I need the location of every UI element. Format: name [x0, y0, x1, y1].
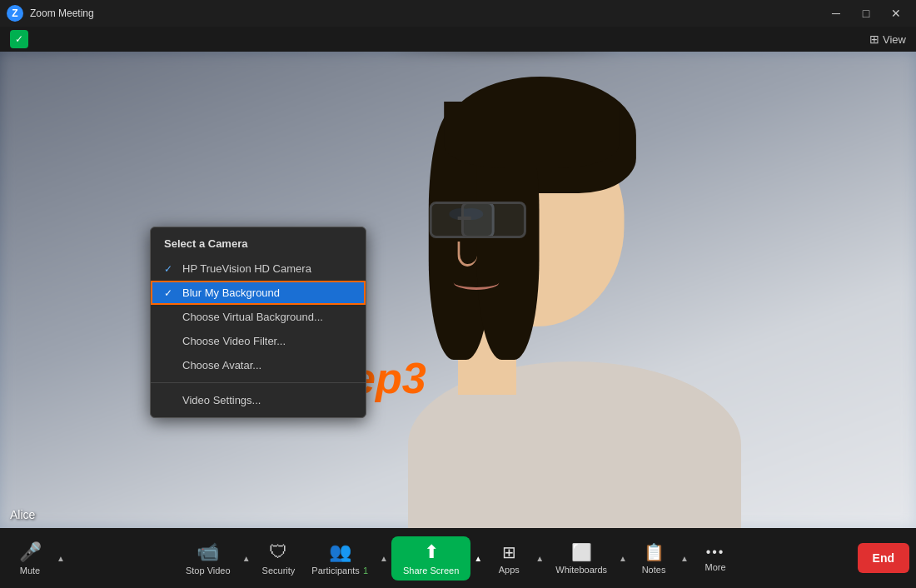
checkmark-hp-camera: ✓ — [164, 263, 176, 275]
whiteboards-icon: ⬜ — [571, 542, 592, 562]
menu-item-avatar[interactable]: Choose Avatar... — [151, 353, 366, 377]
toolbar: 🎤 Mute ▲ 📹 Stop Video ▲ 🛡 Security 👥 — [0, 528, 916, 588]
minimize-button[interactable]: ─ — [823, 3, 849, 23]
security-button[interactable]: 🛡 Security — [254, 536, 304, 581]
stop-video-group: 📹 Stop Video ▲ — [177, 536, 254, 581]
mute-button[interactable]: 🎤 Mute — [7, 536, 53, 581]
whiteboards-group: ⬜ Whiteboards ▲ — [547, 537, 630, 580]
menu-divider — [151, 382, 366, 383]
more-button[interactable]: ••• More — [692, 540, 739, 577]
zoom-logo-icon: Z — [7, 5, 23, 22]
security-shield-icon: ✓ — [10, 30, 28, 48]
video-area: Alice Step3 Select a Camera ✓ HP TrueVis… — [0, 52, 916, 528]
apps-icon: ⊞ — [502, 542, 516, 562]
menu-item-virtual-bg[interactable]: Choose Virtual Background... — [151, 305, 366, 329]
camera-context-menu: Select a Camera ✓ HP TrueVision HD Camer… — [150, 227, 366, 418]
menu-item-blur-bg-label: Blur My Background — [182, 287, 280, 299]
share-screen-label: Share Screen — [403, 566, 459, 576]
participants-label: Participants 1 — [311, 566, 368, 576]
notes-group: 📋 Notes ▲ — [630, 537, 692, 580]
info-bar: ✓ ⊞ View — [0, 27, 916, 52]
menu-item-video-filter[interactable]: Choose Video Filter... — [151, 329, 366, 353]
more-label: More — [705, 562, 726, 572]
share-screen-icon: ⬆ — [424, 541, 439, 563]
stop-video-button[interactable]: 📹 Stop Video — [177, 536, 239, 581]
checkmark-blur-bg: ✓ — [164, 287, 176, 299]
stop-video-label: Stop Video — [186, 566, 231, 576]
menu-item-avatar-label: Choose Avatar... — [182, 359, 261, 371]
notes-icon: 📋 — [644, 542, 665, 562]
participants-icon: 👥 — [329, 541, 351, 563]
end-button[interactable]: End — [858, 543, 909, 573]
title-bar-left: Z Zoom Meeting — [7, 5, 94, 22]
apps-button[interactable]: ⊞ Apps — [485, 537, 532, 580]
stop-video-icon: 📹 — [197, 541, 219, 563]
close-button[interactable]: ✕ — [883, 3, 909, 23]
apps-chevron[interactable]: ▲ — [532, 541, 547, 575]
notes-chevron[interactable]: ▲ — [677, 541, 692, 575]
maximize-button[interactable]: □ — [853, 3, 879, 23]
menu-item-hp-camera-label: HP TrueVision HD Camera — [182, 262, 311, 275]
title-bar: Z Zoom Meeting ─ □ ✕ — [0, 0, 916, 27]
share-screen-button[interactable]: ⬆ Share Screen — [391, 536, 470, 581]
share-screen-group: ⬆ Share Screen ▲ — [391, 536, 485, 581]
app-title: Zoom Meeting — [30, 7, 94, 19]
mute-label: Mute — [20, 566, 40, 576]
menu-header: Select a Camera — [151, 232, 366, 257]
more-icon: ••• — [706, 545, 725, 560]
notes-button[interactable]: 📋 Notes — [630, 537, 677, 580]
info-bar-left: ✓ — [10, 30, 28, 48]
share-chevron[interactable]: ▲ — [470, 541, 485, 575]
apps-group: ⊞ Apps ▲ — [485, 537, 547, 580]
menu-item-virtual-bg-label: Choose Virtual Background... — [182, 311, 323, 323]
whiteboards-chevron[interactable]: ▲ — [615, 541, 630, 575]
more-group: ••• More — [692, 540, 739, 577]
view-label: View — [883, 33, 906, 46]
menu-item-video-filter-label: Choose Video Filter... — [182, 335, 286, 347]
view-button[interactable]: ⊞ View — [869, 32, 906, 46]
participants-count: 1 — [363, 566, 368, 576]
participant-name: Alice — [10, 508, 35, 521]
apps-label: Apps — [499, 565, 520, 575]
participants-button[interactable]: 👥 Participants 1 — [303, 536, 376, 581]
window-controls: ─ □ ✕ — [823, 3, 909, 23]
mute-icon: 🎤 — [19, 541, 42, 563]
toolbar-left-group: 🎤 Mute ▲ — [7, 536, 68, 581]
whiteboards-label: Whiteboards — [555, 565, 607, 575]
menu-item-blur-bg[interactable]: ✓ Blur My Background — [151, 281, 366, 305]
video-chevron[interactable]: ▲ — [239, 541, 254, 575]
participants-group: 👥 Participants 1 ▲ — [303, 536, 391, 581]
menu-item-hp-camera[interactable]: ✓ HP TrueVision HD Camera — [151, 257, 366, 281]
whiteboards-button[interactable]: ⬜ Whiteboards — [547, 537, 615, 580]
toolbar-right-group: End — [858, 543, 909, 573]
mute-chevron[interactable]: ▲ — [53, 541, 68, 575]
security-icon: 🛡 — [269, 541, 287, 563]
menu-item-video-settings[interactable]: Video Settings... — [151, 388, 366, 412]
security-group: 🛡 Security — [254, 536, 304, 581]
view-grid-icon: ⊞ — [869, 32, 879, 46]
security-label: Security — [262, 566, 296, 576]
notes-label: Notes — [642, 565, 666, 575]
toolbar-center-group: 📹 Stop Video ▲ 🛡 Security 👥 Participants… — [177, 536, 739, 581]
menu-item-video-settings-label: Video Settings... — [182, 394, 261, 406]
participants-chevron[interactable]: ▲ — [376, 541, 391, 575]
